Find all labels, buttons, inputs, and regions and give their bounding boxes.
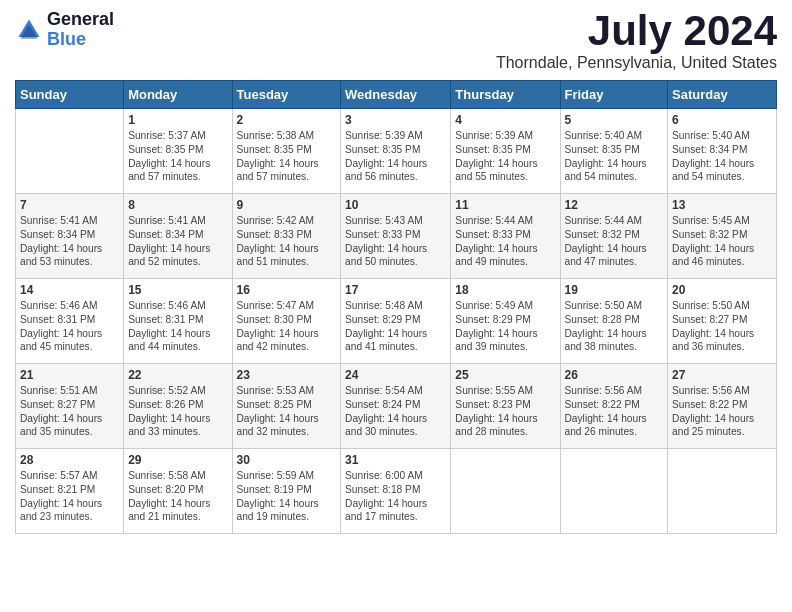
day-info: Sunrise: 5:38 AM Sunset: 8:35 PM Dayligh…	[237, 129, 337, 184]
calendar-cell	[668, 449, 777, 534]
calendar-cell: 4Sunrise: 5:39 AM Sunset: 8:35 PM Daylig…	[451, 109, 560, 194]
day-info: Sunrise: 5:43 AM Sunset: 8:33 PM Dayligh…	[345, 214, 446, 269]
calendar-cell: 8Sunrise: 5:41 AM Sunset: 8:34 PM Daylig…	[124, 194, 232, 279]
day-info: Sunrise: 5:51 AM Sunset: 8:27 PM Dayligh…	[20, 384, 119, 439]
day-number: 29	[128, 453, 227, 467]
day-number: 16	[237, 283, 337, 297]
day-info: Sunrise: 5:53 AM Sunset: 8:25 PM Dayligh…	[237, 384, 337, 439]
calendar-cell: 15Sunrise: 5:46 AM Sunset: 8:31 PM Dayli…	[124, 279, 232, 364]
day-header-wednesday: Wednesday	[341, 81, 451, 109]
day-number: 24	[345, 368, 446, 382]
day-number: 8	[128, 198, 227, 212]
day-info: Sunrise: 5:40 AM Sunset: 8:34 PM Dayligh…	[672, 129, 772, 184]
day-number: 9	[237, 198, 337, 212]
day-info: Sunrise: 5:41 AM Sunset: 8:34 PM Dayligh…	[128, 214, 227, 269]
calendar-cell	[16, 109, 124, 194]
day-number: 20	[672, 283, 772, 297]
calendar-cell: 29Sunrise: 5:58 AM Sunset: 8:20 PM Dayli…	[124, 449, 232, 534]
day-header-saturday: Saturday	[668, 81, 777, 109]
day-number: 13	[672, 198, 772, 212]
day-number: 7	[20, 198, 119, 212]
calendar-week-row: 28Sunrise: 5:57 AM Sunset: 8:21 PM Dayli…	[16, 449, 777, 534]
day-number: 6	[672, 113, 772, 127]
calendar-cell: 7Sunrise: 5:41 AM Sunset: 8:34 PM Daylig…	[16, 194, 124, 279]
day-number: 28	[20, 453, 119, 467]
month-year-title: July 2024	[496, 10, 777, 52]
day-info: Sunrise: 5:46 AM Sunset: 8:31 PM Dayligh…	[128, 299, 227, 354]
day-info: Sunrise: 5:58 AM Sunset: 8:20 PM Dayligh…	[128, 469, 227, 524]
location-subtitle: Thorndale, Pennsylvania, United States	[496, 54, 777, 72]
day-info: Sunrise: 5:41 AM Sunset: 8:34 PM Dayligh…	[20, 214, 119, 269]
calendar-cell: 22Sunrise: 5:52 AM Sunset: 8:26 PM Dayli…	[124, 364, 232, 449]
day-info: Sunrise: 5:57 AM Sunset: 8:21 PM Dayligh…	[20, 469, 119, 524]
day-number: 12	[565, 198, 664, 212]
calendar-cell: 17Sunrise: 5:48 AM Sunset: 8:29 PM Dayli…	[341, 279, 451, 364]
calendar-cell: 26Sunrise: 5:56 AM Sunset: 8:22 PM Dayli…	[560, 364, 668, 449]
day-info: Sunrise: 5:39 AM Sunset: 8:35 PM Dayligh…	[345, 129, 446, 184]
day-number: 22	[128, 368, 227, 382]
day-info: Sunrise: 5:55 AM Sunset: 8:23 PM Dayligh…	[455, 384, 555, 439]
calendar-cell: 19Sunrise: 5:50 AM Sunset: 8:28 PM Dayli…	[560, 279, 668, 364]
calendar-cell: 28Sunrise: 5:57 AM Sunset: 8:21 PM Dayli…	[16, 449, 124, 534]
calendar-cell: 2Sunrise: 5:38 AM Sunset: 8:35 PM Daylig…	[232, 109, 341, 194]
day-number: 5	[565, 113, 664, 127]
calendar-cell: 12Sunrise: 5:44 AM Sunset: 8:32 PM Dayli…	[560, 194, 668, 279]
day-info: Sunrise: 5:45 AM Sunset: 8:32 PM Dayligh…	[672, 214, 772, 269]
calendar-cell: 23Sunrise: 5:53 AM Sunset: 8:25 PM Dayli…	[232, 364, 341, 449]
day-number: 15	[128, 283, 227, 297]
calendar-cell: 5Sunrise: 5:40 AM Sunset: 8:35 PM Daylig…	[560, 109, 668, 194]
day-number: 18	[455, 283, 555, 297]
calendar-cell: 16Sunrise: 5:47 AM Sunset: 8:30 PM Dayli…	[232, 279, 341, 364]
day-number: 30	[237, 453, 337, 467]
calendar-week-row: 7Sunrise: 5:41 AM Sunset: 8:34 PM Daylig…	[16, 194, 777, 279]
day-header-thursday: Thursday	[451, 81, 560, 109]
day-info: Sunrise: 5:48 AM Sunset: 8:29 PM Dayligh…	[345, 299, 446, 354]
day-info: Sunrise: 6:00 AM Sunset: 8:18 PM Dayligh…	[345, 469, 446, 524]
day-info: Sunrise: 5:42 AM Sunset: 8:33 PM Dayligh…	[237, 214, 337, 269]
logo-general: General	[47, 10, 114, 30]
day-number: 14	[20, 283, 119, 297]
day-number: 23	[237, 368, 337, 382]
day-number: 25	[455, 368, 555, 382]
calendar-cell: 14Sunrise: 5:46 AM Sunset: 8:31 PM Dayli…	[16, 279, 124, 364]
day-info: Sunrise: 5:47 AM Sunset: 8:30 PM Dayligh…	[237, 299, 337, 354]
calendar-cell: 21Sunrise: 5:51 AM Sunset: 8:27 PM Dayli…	[16, 364, 124, 449]
day-info: Sunrise: 5:49 AM Sunset: 8:29 PM Dayligh…	[455, 299, 555, 354]
calendar-week-row: 14Sunrise: 5:46 AM Sunset: 8:31 PM Dayli…	[16, 279, 777, 364]
day-number: 21	[20, 368, 119, 382]
calendar-cell	[451, 449, 560, 534]
day-info: Sunrise: 5:46 AM Sunset: 8:31 PM Dayligh…	[20, 299, 119, 354]
day-number: 27	[672, 368, 772, 382]
calendar-cell: 1Sunrise: 5:37 AM Sunset: 8:35 PM Daylig…	[124, 109, 232, 194]
day-number: 11	[455, 198, 555, 212]
day-info: Sunrise: 5:37 AM Sunset: 8:35 PM Dayligh…	[128, 129, 227, 184]
day-info: Sunrise: 5:44 AM Sunset: 8:32 PM Dayligh…	[565, 214, 664, 269]
calendar-cell: 27Sunrise: 5:56 AM Sunset: 8:22 PM Dayli…	[668, 364, 777, 449]
calendar-cell	[560, 449, 668, 534]
logo-text: General Blue	[47, 10, 114, 50]
day-header-monday: Monday	[124, 81, 232, 109]
day-header-sunday: Sunday	[16, 81, 124, 109]
page-header: General Blue July 2024 Thorndale, Pennsy…	[15, 10, 777, 72]
title-block: July 2024 Thorndale, Pennsylvania, Unite…	[496, 10, 777, 72]
calendar-cell: 31Sunrise: 6:00 AM Sunset: 8:18 PM Dayli…	[341, 449, 451, 534]
day-info: Sunrise: 5:56 AM Sunset: 8:22 PM Dayligh…	[565, 384, 664, 439]
calendar-cell: 9Sunrise: 5:42 AM Sunset: 8:33 PM Daylig…	[232, 194, 341, 279]
day-number: 26	[565, 368, 664, 382]
calendar-cell: 20Sunrise: 5:50 AM Sunset: 8:27 PM Dayli…	[668, 279, 777, 364]
day-header-friday: Friday	[560, 81, 668, 109]
calendar-week-row: 1Sunrise: 5:37 AM Sunset: 8:35 PM Daylig…	[16, 109, 777, 194]
day-info: Sunrise: 5:59 AM Sunset: 8:19 PM Dayligh…	[237, 469, 337, 524]
calendar-week-row: 21Sunrise: 5:51 AM Sunset: 8:27 PM Dayli…	[16, 364, 777, 449]
day-number: 19	[565, 283, 664, 297]
day-number: 3	[345, 113, 446, 127]
day-info: Sunrise: 5:56 AM Sunset: 8:22 PM Dayligh…	[672, 384, 772, 439]
day-info: Sunrise: 5:50 AM Sunset: 8:28 PM Dayligh…	[565, 299, 664, 354]
day-info: Sunrise: 5:44 AM Sunset: 8:33 PM Dayligh…	[455, 214, 555, 269]
calendar-cell: 3Sunrise: 5:39 AM Sunset: 8:35 PM Daylig…	[341, 109, 451, 194]
day-info: Sunrise: 5:40 AM Sunset: 8:35 PM Dayligh…	[565, 129, 664, 184]
calendar-cell: 24Sunrise: 5:54 AM Sunset: 8:24 PM Dayli…	[341, 364, 451, 449]
day-number: 4	[455, 113, 555, 127]
day-number: 1	[128, 113, 227, 127]
calendar-cell: 25Sunrise: 5:55 AM Sunset: 8:23 PM Dayli…	[451, 364, 560, 449]
